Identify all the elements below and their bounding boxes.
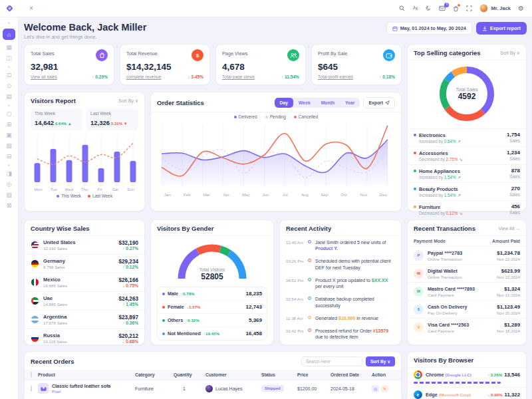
sidebar: ⌂▦◫⊡⊙▤◻⊞▣▧⊟◨◎▨⊠	[0, 17, 19, 399]
export-report-button[interactable]: Export report	[476, 22, 527, 35]
sort-by-dropdown[interactable]: Sort By ∨	[500, 51, 520, 56]
user-menu[interactable]: Mr. Jack	[479, 4, 511, 13]
country-row[interactable]: Germany 8,798 Sales $29,234 ↑ 0.12%	[25, 254, 144, 273]
country-sales-count: 32,190 Sales	[43, 246, 76, 251]
category-row[interactable]: Beauty Products Increased by 1.54% ↗ 270…	[408, 182, 526, 200]
card-title: Order Statistics	[157, 99, 204, 106]
order-date: 2024-05-18	[331, 386, 372, 391]
view-all-link[interactable]: View All →	[499, 226, 520, 231]
transaction-date: Nov 18,2024	[497, 329, 520, 333]
sidebar-item-gift[interactable]: ⊟	[7, 154, 12, 160]
gender-row[interactable]: Others ↑0.32% 5,369	[158, 313, 267, 327]
transaction-row[interactable]: W Digital Wallet Online Transaction $623…	[408, 264, 526, 282]
kpi-card-1: Total Revenue $ $14,32,145 complete reve…	[120, 44, 210, 85]
mail-icon[interactable]: 5	[439, 5, 446, 11]
recent-orders-card: Recent Orders Sort By ∨ ProductCategoryQ…	[24, 351, 402, 399]
sidebar-item-tv[interactable]: ⊞	[7, 122, 12, 128]
x-tick-label: Sun	[123, 187, 138, 192]
translate-icon[interactable]: A	[412, 5, 418, 11]
activity-time: 12:45 Am	[286, 240, 304, 245]
kpi-link[interactable]: Total profit earned	[318, 74, 353, 79]
sidebar-item-inbox[interactable]: ◎	[7, 182, 12, 188]
order-row[interactable]: Classic tufted leather sofaPixel Furnitu…	[25, 380, 401, 396]
category-row[interactable]: Accessories Decreased by 2.75% ↘ 1,234Sa…	[408, 146, 526, 164]
country-row[interactable]: Uae 14,885 Sales $24,263 ↑ 1.45%	[25, 291, 144, 310]
sort-by-dropdown[interactable]: Sort By ∨	[118, 98, 138, 104]
sidebar-item-sales[interactable]: ⊡	[7, 72, 12, 78]
app-logo[interactable]	[0, 4, 19, 13]
sidebar-item-coupon[interactable]: ◨	[6, 171, 12, 177]
sidebar-divider-dot	[8, 22, 10, 24]
orders-search-input[interactable]	[301, 356, 362, 366]
gear-icon[interactable]: ⚙	[518, 5, 524, 12]
category-name: Furniture	[419, 204, 440, 210]
edit-order-button[interactable]: ✎	[381, 385, 388, 392]
transaction-type: Online Transaction	[428, 257, 462, 261]
mail-badge: 5	[444, 3, 449, 7]
sidebar-divider-dot	[8, 104, 10, 106]
sidebar-item-dashboard[interactable]: ▦	[6, 45, 12, 51]
browser-row[interactable]: e Edge (Microsoft Corp) ↓ 0.96% 11,322	[408, 387, 526, 399]
kpi-label: Total Revenue	[126, 51, 158, 57]
gift-icon: ⊟	[7, 153, 12, 160]
transaction-row[interactable]: $ Cash On Delivery Pay On Delivery $1,12…	[408, 300, 526, 318]
sidebar-item-info[interactable]: ⊙	[7, 83, 12, 89]
category-trend: Increased by 1.54% ↗	[419, 175, 461, 180]
this-week-stat: This Week 14,6420.64% ▲	[31, 108, 82, 130]
select-all-checkbox[interactable]	[25, 372, 38, 377]
gender-row[interactable]: Not Mentioned ↑19.45% 16,458	[158, 327, 267, 340]
tab-year[interactable]: Year	[340, 98, 360, 108]
orders-sort-button[interactable]: Sort By ∨	[366, 356, 395, 366]
x-tick-label: Nov	[354, 192, 374, 197]
sidebar-item-chart[interactable]: ▨	[6, 192, 12, 198]
tab-month[interactable]: Month	[316, 98, 340, 108]
dark-mode-icon[interactable]	[426, 5, 432, 11]
export-button[interactable]: Export	[363, 97, 395, 108]
gender-row[interactable]: Male ↑0.78% 18,235	[158, 287, 267, 300]
category-row[interactable]: Furniture Decreased by 0.12% ↘ 456Sales	[408, 200, 526, 218]
close-icon[interactable]: ×	[29, 5, 33, 12]
flag-icon-ru	[31, 334, 39, 342]
fullscreen-icon[interactable]	[466, 5, 472, 11]
x-tick-label: Sep	[315, 192, 334, 197]
sidebar-item-products[interactable]: ◫	[6, 55, 12, 61]
row-checkbox[interactable]	[25, 386, 38, 391]
kpi-link[interactable]: View all sales	[31, 74, 57, 79]
transaction-date: Nov 21,2024	[497, 293, 520, 297]
browser-row[interactable]: Chrome (Google LLC) ↑ 3.26% 13,546	[408, 367, 526, 387]
x-tick-label: Tue	[46, 187, 61, 192]
orders-column-quantity: Quantity	[174, 372, 205, 377]
line-chart-legend: DeliveredPendingCancelled	[151, 112, 401, 120]
sidebar-item-cards[interactable]: ▤	[6, 94, 12, 100]
transaction-row[interactable]: M Mastro Card ****7893 Card Payment $1,3…	[408, 282, 526, 300]
home-icon: ⌂	[7, 31, 11, 38]
sidebar-item-idea[interactable]: ▧	[6, 143, 12, 149]
page-title: Welcome Back, Jack Miller	[24, 22, 146, 33]
category-row[interactable]: Electronics Increased by 0.64% ↗ 1,754Sa…	[408, 128, 526, 146]
tab-week[interactable]: Week	[293, 98, 316, 108]
last-week-stat: Last Week 12,3265.31% ▼	[86, 108, 138, 130]
transaction-row[interactable]: V Visa Card ****2563 Card Payment $1,289…	[408, 318, 526, 336]
kpi-link[interactable]: Total page views	[222, 74, 255, 79]
tab-day[interactable]: Day	[275, 98, 293, 108]
sidebar-item-wallet[interactable]: ◻	[7, 111, 11, 117]
country-row[interactable]: Russia 10,118 Sales $20,212 ↓ 0.68%	[25, 329, 144, 347]
sidebar-item-pen[interactable]: ▣	[6, 132, 12, 138]
orders-bag-icon[interactable]	[453, 5, 459, 12]
kpi-card-0: Total Sales 32,981 View all sales ↑ 0.29…	[24, 44, 114, 85]
activity-text: Product X price updated to $XX.XX per ev…	[315, 277, 395, 291]
date-range-picker[interactable]: May, 01 2024 to May, 30 2024	[386, 22, 472, 35]
search-icon[interactable]	[399, 5, 405, 11]
category-row[interactable]: Home Appliances Increased by 1.54% ↗ 878…	[408, 164, 526, 182]
sidebar-item-docs[interactable]: ⊠	[7, 203, 12, 209]
country-amount: $26,166	[118, 277, 138, 283]
product-brand-link[interactable]: Pixel	[52, 389, 61, 394]
sidebar-item-home[interactable]: ⌂	[3, 29, 15, 40]
country-row[interactable]: United States 32,190 Sales $32,190 ↑ 0.2…	[25, 235, 144, 254]
kpi-link[interactable]: complete revenue	[126, 74, 161, 79]
country-row[interactable]: Mexico 16,885 Sales $26,166 ↓ 0.75%	[25, 273, 144, 291]
country-row[interactable]: Argentina 17,578 Sales $23,897 ↑ 0.36%	[25, 310, 144, 329]
transaction-row[interactable]: P Paypal ****2783 Online Transaction $1,…	[408, 246, 526, 264]
gender-row[interactable]: Female ↓1.57% 12,743	[158, 300, 267, 313]
view-order-button[interactable]: ◎	[372, 385, 379, 392]
